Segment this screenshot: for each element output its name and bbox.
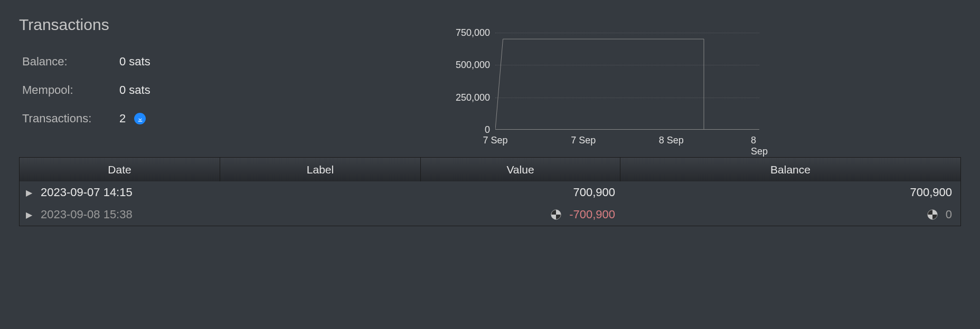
chart-xtick: 8 Sep: [659, 135, 684, 146]
pie-icon: [550, 209, 562, 220]
cell-date: 2023-09-07 14:15: [41, 186, 133, 199]
th-value[interactable]: Value: [421, 158, 620, 181]
cell-value: 700,900: [573, 186, 615, 199]
cell-label: [220, 181, 421, 204]
cell-date: 2023-09-08 15:38: [41, 208, 133, 221]
cell-label: [220, 204, 421, 226]
th-date[interactable]: Date: [20, 158, 220, 181]
expand-icon[interactable]: ▶: [26, 188, 33, 198]
table-header: Date Label Value Balance: [20, 158, 960, 181]
chart-ytick: 750,000: [456, 27, 490, 38]
balance-label: Balance:: [22, 55, 119, 69]
mempool-label: Mempool:: [22, 83, 119, 97]
balance-value: 0 sats: [119, 55, 150, 69]
mempool-value: 0 sats: [119, 83, 150, 97]
download-icon[interactable]: [134, 113, 146, 124]
transactions-label: Transactions:: [22, 112, 119, 125]
cell-balance: 0: [946, 208, 952, 221]
chart-ytick: 0: [485, 124, 490, 136]
cell-balance: 700,900: [910, 186, 952, 199]
chart-ytick: 250,000: [456, 92, 490, 103]
table-row[interactable]: ▶2023-09-07 14:15700,900700,900: [20, 181, 960, 204]
chart-ytick: 500,000: [456, 60, 490, 71]
cell-value: -700,900: [569, 208, 615, 221]
transactions-table: Date Label Value Balance ▶2023-09-07 14:…: [19, 157, 961, 226]
balance-chart: 0250,000500,000750,0007 Sep7 Sep8 Sep8 S…: [433, 27, 760, 149]
chart-xtick: 8 Sep: [751, 135, 768, 157]
table-row[interactable]: ▶2023-09-08 15:38-700,9000: [20, 204, 960, 226]
chart-xtick: 7 Sep: [483, 135, 507, 146]
chart-xtick: 7 Sep: [571, 135, 596, 146]
expand-icon[interactable]: ▶: [26, 210, 33, 220]
pie-icon: [927, 209, 938, 220]
th-balance[interactable]: Balance: [620, 158, 960, 181]
transactions-count: 2: [119, 112, 126, 125]
th-label[interactable]: Label: [220, 158, 421, 181]
stats-panel: Balance: 0 sats Mempool: 0 sats Transact…: [19, 47, 150, 133]
